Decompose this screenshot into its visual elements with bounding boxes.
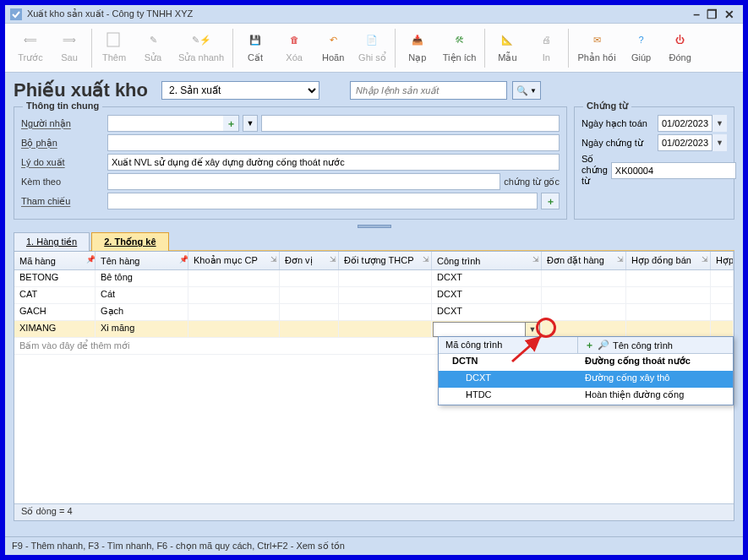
print-button[interactable]: 🖨In bbox=[527, 25, 565, 66]
col-thcp[interactable]: Đối tượng THCP⇲ bbox=[339, 252, 432, 269]
dropdown-col-code[interactable]: Mã công trình bbox=[439, 337, 578, 353]
table-row[interactable]: GACH Gạch DCXT bbox=[14, 304, 734, 321]
load-button[interactable]: 📥Nạp bbox=[399, 25, 436, 67]
tab-money[interactable]: 1. Hàng tiền bbox=[14, 232, 90, 251]
main-toolbar: ⟸Trước ⟹Sau Thêm ✎Sửa ✎⚡Sửa nhanh 💾Cất 🗑… bbox=[5, 24, 743, 73]
table-row[interactable]: CAT Cát DCXT bbox=[14, 287, 734, 304]
add-button[interactable]: Thêm bbox=[96, 25, 133, 66]
minimize-button[interactable]: – bbox=[693, 8, 700, 21]
restore-button[interactable]: ❐ bbox=[707, 8, 718, 21]
attach-label: Kèm theo bbox=[21, 177, 104, 187]
edit-button[interactable]: ✎Sửa bbox=[134, 25, 172, 67]
table-row[interactable]: BETONG Bê tông DCXT bbox=[14, 270, 734, 287]
plus-icon: ＋ bbox=[585, 339, 594, 351]
grid-footer: Số dòng = 4 bbox=[14, 503, 734, 520]
feedback-button[interactable]: ✉Phản hồi bbox=[572, 25, 620, 67]
recipient-dropdown-button[interactable]: ▼ bbox=[243, 115, 258, 132]
plus-icon: ＋ bbox=[227, 117, 236, 130]
reason-input[interactable] bbox=[107, 154, 560, 171]
general-legend: Thông tin chung bbox=[23, 101, 102, 111]
reference-add-button[interactable]: ＋ bbox=[541, 193, 560, 209]
template-button[interactable]: 📐Mẫu bbox=[489, 25, 526, 67]
project-dropdown-popup: Mã công trình ＋ 🔎 Tên công trình DCTN Đư… bbox=[438, 336, 734, 405]
mode-select[interactable]: 2. Sản xuất bbox=[161, 81, 319, 100]
recipient-add-button[interactable]: ＋ bbox=[223, 116, 238, 131]
col-order[interactable]: Đơn đặt hàng⇲ bbox=[542, 252, 626, 269]
col-code[interactable]: Mã hàng📌 bbox=[14, 252, 96, 269]
pin-icon: ⇲ bbox=[270, 255, 277, 262]
tab-stats[interactable]: 2. Thống kê bbox=[91, 232, 168, 251]
attach-input[interactable] bbox=[107, 173, 500, 190]
nav-forward-button[interactable]: ⟹Sau bbox=[51, 25, 88, 66]
reason-label: Lý do xuất bbox=[21, 157, 104, 168]
page-title: Phiếu xuất kho bbox=[14, 79, 148, 101]
dept-input[interactable] bbox=[107, 134, 560, 151]
col-costitem[interactable]: Khoản mục CP⇲ bbox=[188, 252, 280, 269]
close-window-button[interactable]: ✕ bbox=[724, 8, 734, 21]
table-row[interactable]: XIMANG Xi măng ▼ bbox=[14, 321, 734, 338]
date-picker-button[interactable]: ▼ bbox=[712, 115, 727, 132]
undo-button[interactable]: ↶Hoãn bbox=[314, 25, 352, 66]
col-name[interactable]: Tên hàng📌 bbox=[96, 252, 188, 269]
acc-date-label: Ngày hạch toán bbox=[581, 118, 654, 129]
save-button[interactable]: 💾Cất bbox=[237, 25, 274, 67]
search-button[interactable]: 🔍▼ bbox=[512, 81, 541, 100]
dropdown-item[interactable]: DCTN Đường cống thoát nước bbox=[439, 354, 733, 371]
splitter-handle[interactable] bbox=[14, 223, 734, 230]
voucher-legend: Chứng từ bbox=[583, 101, 631, 111]
pin-icon: 📌 bbox=[179, 255, 186, 262]
delete-button[interactable]: 🗑Xóa bbox=[276, 25, 313, 66]
quickedit-button[interactable]: ✎⚡Sửa nhanh bbox=[173, 25, 229, 67]
reference-label: Tham chiếu bbox=[21, 196, 104, 207]
project-cell-input[interactable] bbox=[433, 322, 540, 337]
recipient-code-input[interactable] bbox=[107, 115, 239, 132]
production-order-search[interactable] bbox=[350, 81, 507, 100]
exit-button[interactable]: ⏻Đóng bbox=[662, 25, 699, 66]
col-unit[interactable]: Đơn vị⇲ bbox=[280, 252, 339, 269]
plus-icon: ＋ bbox=[546, 195, 555, 208]
utilities-button[interactable]: 🛠Tiện ích bbox=[438, 25, 482, 67]
attach-suffix: chứng từ gốc bbox=[504, 177, 560, 188]
search-icon: 🔍 bbox=[516, 85, 528, 96]
col-project[interactable]: Công trình⇲ bbox=[432, 252, 542, 269]
app-icon bbox=[10, 8, 22, 20]
window-title: Xuất kho sản xuất - Công ty TNHH XYZ bbox=[27, 8, 193, 19]
pin-icon: ⇲ bbox=[617, 255, 624, 262]
col-contract[interactable]: Hợp đồng bán⇲ bbox=[626, 252, 711, 269]
dropdown-item[interactable]: HTDC Hoàn thiện đường cống bbox=[439, 388, 733, 405]
project-dropdown-button[interactable]: ▼ bbox=[525, 322, 540, 337]
pin-icon: ⇲ bbox=[702, 255, 708, 262]
dept-label: Bộ phận bbox=[21, 138, 104, 149]
pin-icon: ⇲ bbox=[423, 255, 429, 262]
recipient-name-input[interactable] bbox=[261, 115, 560, 132]
vch-no-input[interactable] bbox=[611, 162, 736, 179]
recipient-label: Người nhận bbox=[21, 118, 104, 129]
date-picker-button[interactable]: ▼ bbox=[712, 134, 727, 151]
reference-input[interactable] bbox=[107, 193, 538, 209]
vch-no-label: Số chứng từ bbox=[581, 154, 608, 187]
svg-rect-0 bbox=[10, 8, 22, 20]
status-bar: F9 - Thêm nhanh, F3 - Tìm nhanh, F6 - ch… bbox=[5, 536, 743, 555]
dropdown-col-name[interactable]: ＋ 🔎 Tên công trình bbox=[578, 337, 733, 353]
pin-icon: ⇲ bbox=[532, 255, 539, 262]
vch-date-label: Ngày chứng từ bbox=[581, 138, 654, 149]
dropdown-item[interactable]: DCXT Đường cống xây thô bbox=[439, 371, 733, 388]
pin-icon: ⇲ bbox=[330, 255, 336, 262]
col-contract2[interactable]: Hợp đồ bbox=[711, 252, 734, 269]
svg-rect-1 bbox=[107, 33, 119, 46]
help-button[interactable]: ?Giúp bbox=[623, 25, 660, 66]
pin-icon: 📌 bbox=[86, 255, 93, 262]
nav-back-button[interactable]: ⟸Trước bbox=[12, 25, 49, 67]
record-button[interactable]: 📄Ghi sổ bbox=[353, 25, 391, 67]
binoculars-icon: 🔎 bbox=[598, 340, 609, 351]
